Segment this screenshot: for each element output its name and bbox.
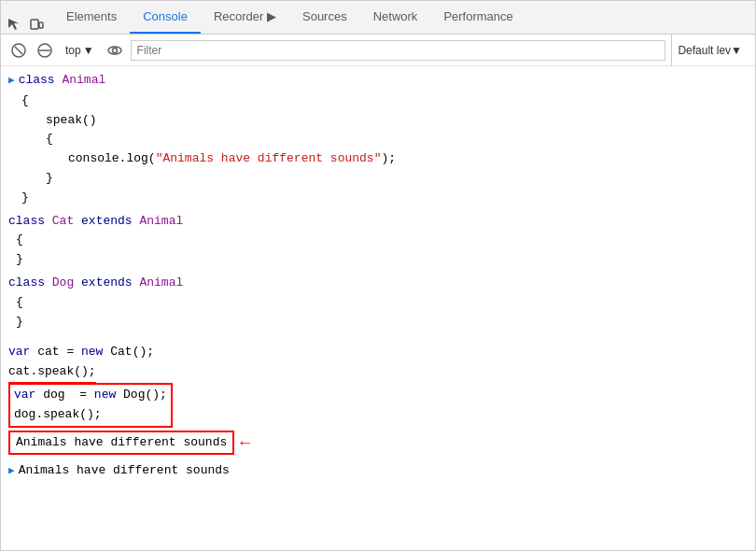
default-level-label: Default lev [678, 44, 731, 57]
open-brace-dog: { [8, 293, 748, 313]
open-brace-2: { [8, 130, 748, 149]
filter-input[interactable] [131, 40, 666, 61]
log-output-line: ▶ Animals have different sounds [8, 461, 748, 481]
svg-line-3 [15, 47, 22, 54]
cat-speak-wrapper: cat.speak(); [8, 362, 748, 383]
tab-console[interactable]: Console [130, 0, 201, 34]
output-boxed: Animals have different sounds [8, 431, 234, 456]
device-icon[interactable] [27, 15, 46, 34]
default-level-arrow-icon: ▼ [731, 44, 742, 57]
cat-speak-line: cat.speak(); [8, 362, 96, 383]
context-dropdown[interactable]: top ▼ [61, 41, 99, 60]
clear-console-button[interactable] [8, 40, 29, 61]
open-brace-cat: { [8, 231, 748, 250]
class-cat-line: class Cat extends Animal [8, 212, 748, 232]
eye-icon[interactable] [105, 40, 125, 61]
default-level-dropdown[interactable]: Default lev ▼ [671, 35, 748, 66]
block-icon[interactable] [35, 40, 55, 61]
speak-method-line: speak() [8, 111, 748, 131]
log-output-text: Animals have different sounds [19, 461, 230, 481]
console-output: ▶ class Animal { speak() { console.log("… [1, 66, 755, 518]
tab-network[interactable]: Network [360, 0, 431, 34]
dog-red-box: var dog = new Dog(); dog.speak(); [8, 383, 173, 428]
expand-icon-output[interactable]: ▶ [8, 463, 15, 480]
class-animal-block: ▶ class Animal [8, 71, 748, 91]
class-kw-1: class [19, 71, 63, 91]
svg-rect-1 [39, 22, 43, 28]
expand-arrow-icon[interactable]: ▶ [8, 73, 15, 90]
context-label: top [65, 44, 81, 57]
animal-name: Animal [62, 71, 105, 91]
console-toolbar: top ▼ Default lev ▼ [1, 35, 755, 66]
var-dog-line: var dog = new Dog(); [14, 386, 167, 405]
console-log-line: console.log("Animals have different soun… [8, 149, 748, 169]
tab-bar: Elements Console Recorder ▶ Sources Netw… [1, 1, 755, 35]
close-brace-dog: } [8, 313, 748, 332]
close-brace-cat: } [8, 250, 748, 270]
svg-point-7 [112, 48, 117, 52]
tab-recorder[interactable]: Recorder ▶ [201, 0, 289, 34]
red-arrow-icon: ← [240, 430, 250, 457]
svg-rect-0 [31, 20, 38, 29]
tab-elements[interactable]: Elements [53, 0, 130, 34]
dog-speak-line: dog.speak(); [14, 405, 167, 425]
open-brace-1: { [8, 92, 748, 111]
dog-block: var dog = new Dog(); dog.speak(); [8, 383, 748, 428]
var-cat-line: var cat = new Cat(); [8, 343, 748, 362]
class-animal-line: class Animal [19, 71, 106, 91]
tab-sources[interactable]: Sources [289, 0, 360, 34]
tab-performance[interactable]: Performance [430, 0, 525, 34]
output-with-arrow: Animals have different sounds ← [8, 430, 748, 457]
close-brace-inner: } [8, 169, 748, 189]
inspect-icon[interactable] [5, 15, 23, 34]
dropdown-arrow-icon: ▼ [83, 44, 94, 57]
class-dog-line: class Dog extends Animal [8, 274, 748, 293]
close-brace-animal: } [8, 189, 748, 208]
